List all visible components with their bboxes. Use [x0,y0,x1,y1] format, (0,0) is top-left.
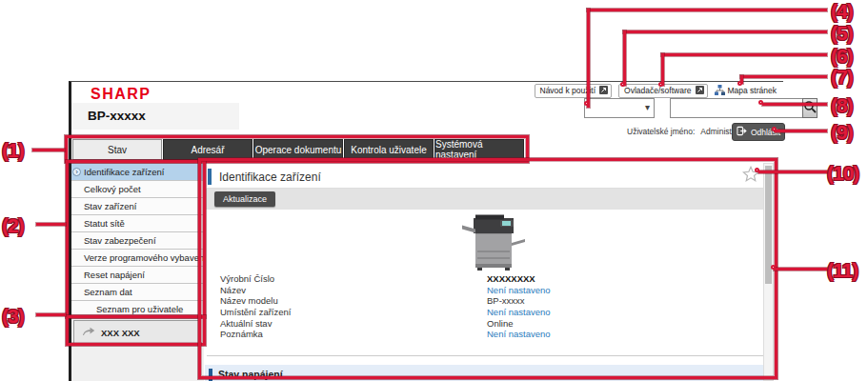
sitemap-icon [715,85,725,97]
sitemap-link-label: Mapa stránek [728,86,777,95]
section-accent-bar [209,369,212,381]
model-name: BP-xxxxx [88,109,146,123]
callout-line-3 [36,313,66,316]
callout-dot-10 [755,168,759,172]
callout-8: (8) [831,94,853,117]
model-name-value: BP-xxxxx [487,295,525,306]
selected-arrow-icon: › [72,168,81,176]
sidebar-item-device-status[interactable]: Stav zařízení [71,198,204,215]
callout-6: (6) [831,45,853,68]
callout-dot-4 [584,101,589,106]
serial-number-value: XXXXXXXX [487,273,535,284]
model-strip: BP-xxxxx [71,103,239,130]
callout-dot-11 [771,265,776,270]
main-content: Identifikace zařízení Aktualizace [205,163,784,381]
tab-status[interactable]: Stav [72,139,162,160]
callout-line-11 [774,268,827,271]
sidebar-item-list-for-user[interactable]: Seznam pro uživatele [71,301,204,318]
sitemap-link[interactable]: Mapa stránek [715,85,777,97]
callout-dot-5 [620,82,625,87]
drivers-software-link-label: Ovladače/software [624,86,691,95]
search-bar [670,98,783,118]
callout-dot-8 [758,100,763,105]
callout-11: (11) [827,259,858,282]
external-link-icon [599,86,608,96]
field-row: NázevNení nastaveno [220,285,551,296]
search-button[interactable] [802,98,818,118]
callout-line-1 [32,149,65,151]
sidebar-menu: › Identifikace zařízení Celkový počet St… [71,164,204,318]
field-row: Aktuální stavOnline [220,317,551,329]
callout-5: (5) [831,22,853,45]
browser-page: SHARP BP-xxxxx Návod k použití Ovladače/… [69,81,783,381]
callout-dot-6 [658,82,663,87]
field-row: Výrobní ČísloXXXXXXXX [220,273,551,285]
callout-4: (4) [831,0,853,23]
sidebar-item-data-list[interactable]: Seznam dat [71,284,204,301]
main-tab-bar: Stav Adresář Operace dokumentu Kontrola … [72,139,524,160]
callout-line-8 [762,103,827,106]
tab-document-operations[interactable]: Operace dokumentu [253,139,343,160]
callout-line-9 [775,130,827,132]
divider [207,355,771,356]
user-name-label: Uživatelské jméno: [627,127,695,136]
annotated-screenshot: SHARP BP-xxxxx Návod k použití Ovladače/… [0,0,868,381]
callout-line-5 [623,30,827,33]
sidebar-item-security-status[interactable]: Stav zabezpečení [71,232,204,250]
user-manual-link[interactable]: Návod k použití [535,84,613,98]
name-not-set-link[interactable]: Není nastaveno [487,285,551,295]
sidebar-item-firmware-version[interactable]: Verze programového vybavení [71,250,204,267]
callout-dot-7 [737,81,742,86]
field-row: PoznámkaNení nastaveno [220,329,551,340]
callout-3: (3) [2,305,24,328]
update-button[interactable]: Aktualizace [214,191,275,207]
printer-image [458,212,527,277]
callout-1: (1) [2,139,24,162]
scrollbar[interactable] [763,163,774,381]
callout-line-7 [740,75,827,78]
section-title: Stav napájení [218,369,283,380]
callout-line-10 [758,170,827,173]
tab-system-settings[interactable]: Systémová nastavení [434,139,524,160]
identification-fields: Výrobní ČísloXXXXXXXX NázevNení nastaven… [220,273,551,340]
custom-link-label: XXX XXX [101,328,140,338]
tab-address-book[interactable]: Adresář [163,139,252,160]
content-toolbar: Aktualizace [205,189,772,210]
sidebar-item-machine-identification[interactable]: › Identifikace zařízení [71,164,204,181]
callout-line-4 [587,9,590,108]
sidebar-item-network-status[interactable]: Statut sítě [71,215,204,232]
callout-7: (7) [831,66,853,89]
current-status-value: Online [487,318,513,329]
sidebar: › Identifikace zařízení Celkový počet St… [71,163,204,381]
field-row: Název modeluBP-xxxxx [220,295,551,307]
external-link-icon [696,86,704,96]
callout-dot-9 [772,127,777,131]
callout-10: (10) [827,162,858,185]
page-title: Identifikace zařízení [219,170,321,184]
location-not-set-link[interactable]: Není nastaveno [487,307,551,317]
custom-link-button[interactable]: XXX XXX [73,320,201,345]
search-input[interactable] [670,98,802,118]
callout-line-6 [661,53,664,86]
callout-2: (2) [2,214,24,237]
callout-line-5 [623,30,626,86]
chevron-down-icon: ▾ [645,102,650,112]
logout-icon [737,126,747,138]
sidebar-item-total-count[interactable]: Celkový počet [71,181,204,198]
tab-user-control[interactable]: Kontrola uživatele [344,139,434,160]
user-info: Uživatelské jméno:Administrátor [627,127,748,136]
callout-line-4 [587,9,827,11]
callout-line-6 [661,53,827,56]
callout-9: (9) [831,121,853,144]
sidebar-item-power-reset[interactable]: Reset napájení [71,267,204,284]
power-status-section-header: Stav napájení [205,365,772,381]
sharp-logo: SHARP [91,86,151,103]
title-accent-bar [208,169,212,185]
comment-not-set-link[interactable]: Není nastaveno [487,329,551,339]
language-select[interactable]: ▾ [584,98,655,118]
field-row: Umístění zařízeníNení nastaveno [220,307,551,318]
redirect-arrow-icon [82,327,95,338]
callout-line-2 [36,223,66,226]
